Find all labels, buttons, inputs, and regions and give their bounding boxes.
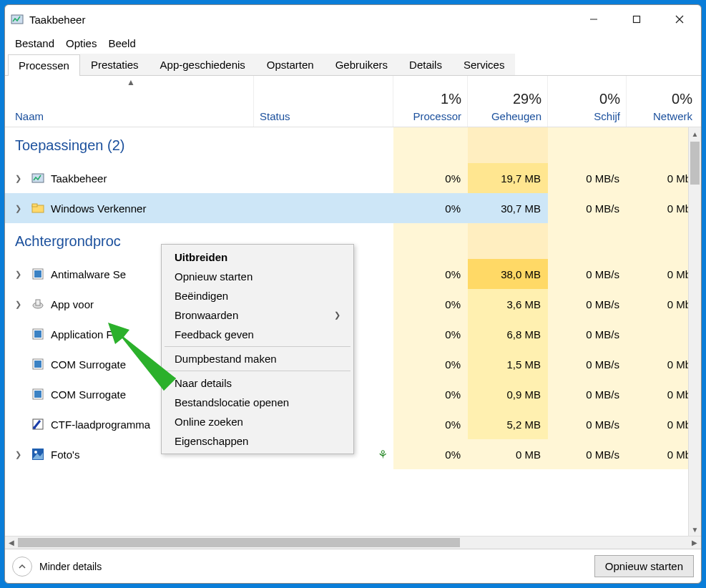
cell-net: 0 Mb xyxy=(627,163,698,193)
titlebar: Taakbeheer xyxy=(5,5,701,34)
cell-cpu: 0% xyxy=(393,289,468,319)
table-row[interactable]: ❯ Taakbeheer 0% 19,7 MB 0 MB/s 0 Mb xyxy=(5,163,701,193)
expand-icon[interactable]: ❯ xyxy=(15,174,25,183)
process-name: Application F xyxy=(51,328,113,340)
ctx-props[interactable]: Eigenschappen xyxy=(162,431,353,451)
svg-point-19 xyxy=(33,426,36,429)
col-header-cpu[interactable]: 1% Processor xyxy=(393,76,468,127)
process-name: Foto's xyxy=(51,449,79,461)
restart-button[interactable]: Opnieuw starten xyxy=(594,555,694,577)
cell-net: 0 Mb xyxy=(627,439,698,469)
app-icon xyxy=(31,297,45,311)
col-cpu-pct: 1% xyxy=(399,91,461,107)
col-mem-pct: 29% xyxy=(474,91,541,107)
separator xyxy=(165,371,350,371)
tab-services[interactable]: Services xyxy=(453,54,516,75)
process-name: COM Surrogate xyxy=(51,388,126,401)
cell-disk: 0 MB/s xyxy=(548,379,627,409)
col-cpu-label: Processor xyxy=(399,110,461,122)
ctx-end[interactable]: Beëindigen xyxy=(162,286,353,305)
ctx-feedback[interactable]: Feedback geven xyxy=(162,325,353,344)
scroll-up-icon[interactable]: ▲ xyxy=(689,127,701,140)
menubar: Bestand Opties Beeld xyxy=(5,34,701,52)
ctx-search[interactable]: Online zoeken xyxy=(162,412,353,431)
scroll-thumb[interactable] xyxy=(690,142,700,185)
taskmgr-icon xyxy=(31,171,45,185)
process-name: Taakbeheer xyxy=(51,172,107,185)
photos-icon xyxy=(31,447,45,461)
cell-mem: 1,5 MB xyxy=(468,349,548,379)
ctx-openloc[interactable]: Bestandslocatie openen xyxy=(162,393,353,412)
tab-startup[interactable]: Opstarten xyxy=(256,54,325,75)
ctx-resources[interactable]: Bronwaarden❯ xyxy=(162,305,353,325)
menu-file[interactable]: Bestand xyxy=(9,36,60,51)
ctx-restart[interactable]: Opnieuw starten xyxy=(162,267,353,286)
cell-mem: 5,2 MB xyxy=(468,409,548,439)
column-headers: ▲ Naam Status 1% Processor 29% Geheugen … xyxy=(5,76,701,127)
scroll-right-icon[interactable]: ▶ xyxy=(688,539,701,547)
col-header-network[interactable]: 0% Netwerk xyxy=(627,76,698,127)
scroll-down-icon[interactable]: ▼ xyxy=(689,523,701,536)
cell-cpu: 0% xyxy=(393,409,468,439)
expand-icon[interactable]: ❯ xyxy=(15,270,25,279)
less-details-label[interactable]: Minder details xyxy=(39,561,102,572)
context-menu: Uitbreiden Opnieuw starten Beëindigen Br… xyxy=(161,244,354,454)
svg-rect-13 xyxy=(34,330,41,338)
ctx-expand[interactable]: Uitbreiden xyxy=(162,248,353,267)
window-title: Taakbeheer xyxy=(29,14,572,26)
ctx-gotodetails[interactable]: Naar details xyxy=(162,373,353,393)
cell-cpu: 0% xyxy=(393,319,468,349)
group-apps-label: Toepassingen (2) xyxy=(5,127,393,163)
tab-app-history[interactable]: App-geschiedenis xyxy=(149,54,256,75)
footer: Minder details Opnieuw starten xyxy=(5,549,701,583)
tabstrip: Processen Prestaties App-geschiedenis Op… xyxy=(5,52,701,76)
tab-processes[interactable]: Processen xyxy=(8,54,80,76)
col-header-status[interactable]: Status xyxy=(254,76,393,127)
cell-mem: 19,7 MB xyxy=(468,163,548,193)
menu-options[interactable]: Opties xyxy=(60,36,102,51)
group-apps-header[interactable]: Toepassingen (2) xyxy=(5,127,701,163)
cell-disk: 0 MB/s xyxy=(548,259,627,289)
cell-net xyxy=(627,319,698,349)
horizontal-scrollbar[interactable]: ◀ ▶ xyxy=(5,536,701,549)
task-manager-window: Taakbeheer Bestand Opties Beeld Processe… xyxy=(4,4,702,584)
cell-cpu: 0% xyxy=(393,193,468,223)
cell-net: 0 Mb xyxy=(627,349,698,379)
cell-disk: 0 MB/s xyxy=(548,409,627,439)
maximize-button[interactable] xyxy=(615,5,658,34)
window-controls xyxy=(572,5,701,34)
expand-icon[interactable]: ❯ xyxy=(15,204,25,213)
svg-rect-2 xyxy=(634,16,640,23)
tab-details[interactable]: Details xyxy=(398,54,453,75)
app-icon xyxy=(31,327,45,341)
col-header-memory[interactable]: 29% Geheugen xyxy=(468,76,548,127)
cell-cpu: 0% xyxy=(393,259,468,289)
close-button[interactable] xyxy=(658,5,701,34)
expand-icon[interactable]: ❯ xyxy=(15,450,25,459)
menu-view[interactable]: Beeld xyxy=(102,36,141,51)
svg-rect-17 xyxy=(34,391,41,398)
tab-performance[interactable]: Prestaties xyxy=(80,54,149,75)
cell-mem: 38,0 MB xyxy=(468,259,548,289)
tab-users[interactable]: Gebruikers xyxy=(325,54,398,75)
scroll-left-icon[interactable]: ◀ xyxy=(5,539,18,547)
vertical-scrollbar[interactable]: ▲ ▼ xyxy=(688,127,701,536)
toggle-details-button[interactable] xyxy=(12,557,32,577)
app-icon xyxy=(31,387,45,401)
col-net-label: Netwerk xyxy=(632,110,692,122)
svg-rect-11 xyxy=(36,300,40,305)
expand-icon[interactable]: ❯ xyxy=(15,300,25,309)
svg-rect-5 xyxy=(32,174,44,182)
svg-rect-7 xyxy=(32,204,37,207)
hscroll-thumb[interactable] xyxy=(18,538,460,547)
col-name-label: Naam xyxy=(15,110,247,122)
cell-net: 0 Mb xyxy=(627,289,698,319)
process-name: App voor xyxy=(51,298,94,310)
ctx-dump[interactable]: Dumpbestand maken xyxy=(162,349,353,368)
cell-mem: 0,9 MB xyxy=(468,379,548,409)
minimize-button[interactable] xyxy=(572,5,615,34)
table-row[interactable]: ❯ Windows Verkenner 0% 30,7 MB 0 MB/s 0 … xyxy=(5,193,701,223)
col-header-disk[interactable]: 0% Schijf xyxy=(548,76,627,127)
ctf-icon xyxy=(31,417,45,431)
cell-disk: 0 MB/s xyxy=(548,163,627,193)
